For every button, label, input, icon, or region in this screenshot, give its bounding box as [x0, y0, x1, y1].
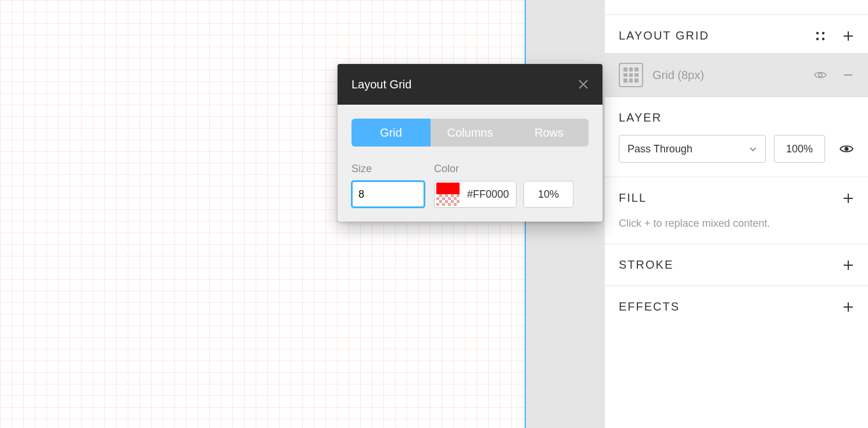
svg-point-3: [822, 37, 824, 40]
section-fill: FILL Click + to replace mixed content.: [605, 177, 868, 244]
section-effects: EFFECTS: [605, 286, 868, 327]
color-opacity-input[interactable]: 10%: [523, 181, 573, 208]
section-fill-title: FILL: [619, 191, 647, 205]
section-stroke: STROKE: [605, 244, 868, 286]
color-row: #FF0000 10%: [434, 181, 573, 208]
canvas-area[interactable]: Layout Grid Grid Columns Rows Size: [0, 0, 604, 428]
eye-icon[interactable]: [813, 68, 827, 82]
popover-title: Layout Grid: [351, 78, 411, 91]
size-label: Size: [351, 163, 425, 175]
color-swatch-icon: [436, 183, 460, 206]
layer-controls-row: Pass Through 100%: [619, 135, 854, 163]
tab-rows[interactable]: Rows: [510, 119, 589, 147]
fill-help-text: Click + to replace mixed content.: [619, 217, 854, 230]
color-field: Color #FF0000 10%: [434, 163, 573, 208]
size-input[interactable]: [351, 181, 425, 208]
color-hex-value[interactable]: #FF0000: [461, 188, 509, 201]
layout-grid-entry-label: Grid (8px): [652, 69, 704, 82]
grid-uniform-icon: [619, 63, 643, 87]
add-effect-icon[interactable]: [842, 301, 854, 313]
svg-point-5: [845, 147, 849, 151]
layer-visibility-icon[interactable]: [839, 141, 854, 156]
add-fill-icon[interactable]: [842, 192, 854, 204]
svg-point-1: [822, 31, 824, 34]
close-icon[interactable]: [578, 79, 589, 90]
blend-mode-select[interactable]: Pass Through: [619, 135, 766, 163]
add-stroke-icon[interactable]: [842, 259, 854, 271]
app-root: Layout Grid Grid Columns Rows Size: [0, 0, 868, 428]
grid-styles-icon[interactable]: [815, 30, 826, 42]
svg-point-4: [819, 73, 822, 77]
section-effects-header: EFFECTS: [619, 300, 854, 313]
layout-grid-popover: Layout Grid Grid Columns Rows Size: [338, 64, 602, 222]
section-layout-grid-title: LAYOUT GRID: [619, 29, 709, 42]
section-layer-title: LAYER: [619, 111, 662, 124]
section-effects-title: EFFECTS: [619, 300, 680, 313]
popover-fields: Size Color #FF0000: [351, 163, 589, 208]
layer-opacity-input[interactable]: 100%: [774, 135, 825, 163]
section-stroke-header: STROKE: [619, 258, 854, 272]
svg-point-0: [816, 31, 819, 34]
chevron-down-icon: [749, 145, 757, 153]
color-swatch-input[interactable]: #FF0000: [434, 181, 517, 208]
section-layer-header: LAYER: [619, 111, 854, 124]
tab-grid[interactable]: Grid: [351, 119, 431, 147]
popover-header: Layout Grid: [338, 64, 602, 105]
tab-columns[interactable]: Columns: [431, 119, 510, 147]
panel-top-spacer: [605, 0, 868, 15]
section-layout-grid: LAYOUT GRID: [605, 15, 868, 54]
properties-panel: LAYOUT GRID Grid (8px): [604, 0, 868, 428]
remove-icon[interactable]: [842, 69, 854, 81]
size-field: Size: [351, 163, 425, 208]
popover-body: Grid Columns Rows Size Color: [338, 105, 602, 222]
layout-grid-entry[interactable]: Grid (8px): [605, 54, 868, 97]
svg-point-2: [816, 37, 819, 40]
blend-mode-value: Pass Through: [627, 143, 693, 155]
section-fill-header: FILL: [619, 191, 854, 205]
section-layer: LAYER Pass Through 100%: [605, 97, 868, 177]
section-stroke-title: STROKE: [619, 258, 673, 272]
grid-type-tabs: Grid Columns Rows: [351, 119, 589, 147]
section-layout-grid-header: LAYOUT GRID: [619, 29, 854, 42]
color-label: Color: [434, 163, 573, 175]
add-layout-grid-icon[interactable]: [842, 30, 854, 42]
